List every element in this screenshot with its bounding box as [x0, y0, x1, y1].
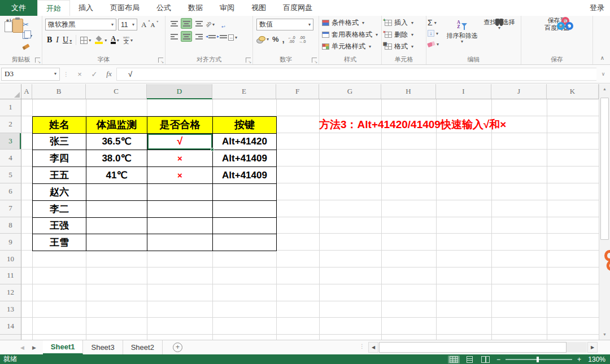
format-as-table-button[interactable]: 套用表格格式	[319, 29, 381, 41]
row-header-13[interactable]: 13	[0, 301, 21, 318]
cell-c7[interactable]	[86, 201, 147, 218]
sheet-nav-left-icon[interactable]: ◀	[20, 345, 24, 350]
column-header-c[interactable]: C	[86, 84, 147, 99]
merge-center-button[interactable]: ↔	[228, 33, 237, 41]
column-header-d[interactable]: D	[147, 84, 212, 99]
column-header-f[interactable]: F	[276, 84, 319, 99]
cell-e7[interactable]	[213, 201, 277, 218]
align-right-button[interactable]	[193, 31, 204, 42]
row-header-8[interactable]: 8	[0, 217, 21, 234]
cell-b6[interactable]: 赵六	[33, 184, 86, 201]
format-painter-button[interactable]	[23, 42, 32, 51]
row-header-6[interactable]: 6	[0, 183, 21, 200]
align-top-button[interactable]	[168, 18, 180, 29]
vertical-scroll-thumb[interactable]	[600, 98, 609, 240]
header-cell-pass[interactable]: 是否合格	[147, 117, 213, 134]
cell-d5[interactable]: ×	[147, 167, 213, 184]
header-cell-key[interactable]: 按键	[213, 117, 277, 134]
clear-button[interactable]	[428, 40, 443, 49]
bold-button[interactable]: B	[47, 36, 52, 45]
align-center-button[interactable]	[181, 31, 192, 42]
fill-color-button[interactable]	[95, 37, 107, 44]
column-header-e[interactable]: E	[212, 84, 276, 99]
row-header-15[interactable]: 15	[0, 335, 21, 340]
cell-c6[interactable]	[86, 184, 147, 201]
font-color-button[interactable]: A	[111, 36, 119, 44]
align-bottom-button[interactable]	[193, 18, 204, 29]
row-header-2[interactable]: 2	[0, 116, 21, 133]
formula-bar-splitter[interactable]: ⋮	[60, 71, 72, 77]
column-header-j[interactable]: J	[491, 84, 547, 99]
cell-d8[interactable]	[147, 218, 213, 235]
align-middle-button[interactable]	[181, 18, 192, 29]
row-header-12[interactable]: 12	[0, 284, 21, 301]
cell-b5[interactable]: 王五	[33, 167, 86, 184]
cell-d6[interactable]	[147, 184, 213, 201]
zoom-in-button[interactable]	[577, 356, 581, 363]
cell-styles-button[interactable]: 单元格样式	[319, 41, 381, 52]
row-header-11[interactable]: 11	[0, 267, 21, 284]
dialog-launcher-icon[interactable]	[246, 58, 251, 63]
autosum-button[interactable]: Σ	[428, 18, 443, 27]
cell-e5[interactable]: Alt+41409	[213, 167, 277, 184]
zoom-level[interactable]: 130%	[586, 356, 605, 363]
orientation-button[interactable]: ab	[206, 20, 215, 28]
cell-e4[interactable]: Alt+41409	[213, 150, 277, 167]
tab-insert[interactable]: 插入	[70, 0, 102, 16]
scroll-up-icon[interactable]: ▲	[599, 84, 610, 94]
enter-button[interactable]: ✓	[87, 70, 102, 78]
cell-b8[interactable]: 王强	[33, 218, 86, 235]
row-header-5[interactable]: 5	[0, 166, 21, 183]
hscroll-right-icon[interactable]: ▶	[587, 342, 598, 353]
delete-cells-button[interactable]: ×删除	[382, 29, 426, 41]
column-header-a[interactable]: A	[21, 84, 32, 99]
cell-c4[interactable]: 38.0℃	[86, 150, 147, 167]
cancel-button[interactable]: ×	[72, 70, 87, 78]
new-sheet-button[interactable]: +	[173, 343, 182, 352]
save-to-baidu-button[interactable]: 保存到 百度网盘	[537, 17, 577, 32]
phonetic-guide-button[interactable]: wén 文	[123, 36, 133, 45]
column-header-b[interactable]: B	[32, 84, 86, 99]
cell-e8[interactable]	[213, 218, 277, 235]
font-size-select[interactable]: 11▾	[118, 19, 137, 30]
row-header-4[interactable]: 4	[0, 150, 21, 166]
tab-baidu-netdisk[interactable]: 百度网盘	[274, 0, 321, 16]
conditional-formatting-button[interactable]: 条件格式	[319, 17, 381, 29]
cell-d7[interactable]	[147, 201, 213, 218]
zoom-slider[interactable]	[506, 359, 572, 360]
decrease-font-button[interactable]: A	[150, 21, 155, 28]
cell-b7[interactable]: 李二	[33, 201, 86, 218]
page-layout-view-button[interactable]	[465, 356, 474, 363]
name-box[interactable]: D3▾	[1, 68, 60, 81]
page-break-view-button[interactable]	[480, 356, 491, 363]
expand-formula-bar-icon[interactable]: ∨	[596, 71, 610, 77]
annotation-text[interactable]: 方法3：Alt+41420/41409快速输入√和×	[319, 116, 506, 133]
cell-c3[interactable]: 36.5℃	[86, 134, 147, 151]
row-header-7[interactable]: 7	[0, 200, 21, 217]
tab-home[interactable]: 开始	[37, 0, 70, 16]
vertical-scrollbar[interactable]: ▲ ▼	[599, 84, 610, 340]
tab-page-layout[interactable]: 页面布局	[102, 0, 148, 16]
cell-e6[interactable]	[213, 184, 277, 201]
increase-font-button[interactable]: A	[141, 20, 146, 29]
row-header-3[interactable]: 3	[0, 133, 21, 150]
insert-function-button[interactable]: fx	[102, 69, 116, 78]
cell-b4[interactable]: 李四	[33, 150, 86, 167]
paste-button[interactable]: 粘贴 ▾	[2, 17, 23, 56]
insert-cells-button[interactable]: +插入	[382, 17, 426, 29]
format-cells-button[interactable]: ▦格式	[382, 41, 426, 52]
cell-e9[interactable]	[213, 234, 277, 251]
cell-b9[interactable]: 王雪	[33, 234, 86, 251]
row-header-14[interactable]: 14	[0, 318, 21, 335]
column-header-h[interactable]: H	[381, 84, 436, 99]
horizontal-scroll-thumb[interactable]	[379, 342, 567, 353]
fill-button[interactable]: ↓	[428, 29, 443, 38]
tab-data[interactable]: 数据	[180, 0, 211, 16]
dialog-launcher-icon[interactable]	[312, 58, 317, 63]
tab-file[interactable]: 文件	[0, 0, 37, 16]
dialog-launcher-icon[interactable]	[35, 58, 40, 63]
column-header-i[interactable]: I	[436, 84, 491, 99]
percent-style-button[interactable]: %	[272, 35, 279, 43]
sheet-tab-sheet3[interactable]: Sheet3	[83, 340, 123, 354]
zoom-out-button[interactable]	[496, 356, 500, 363]
